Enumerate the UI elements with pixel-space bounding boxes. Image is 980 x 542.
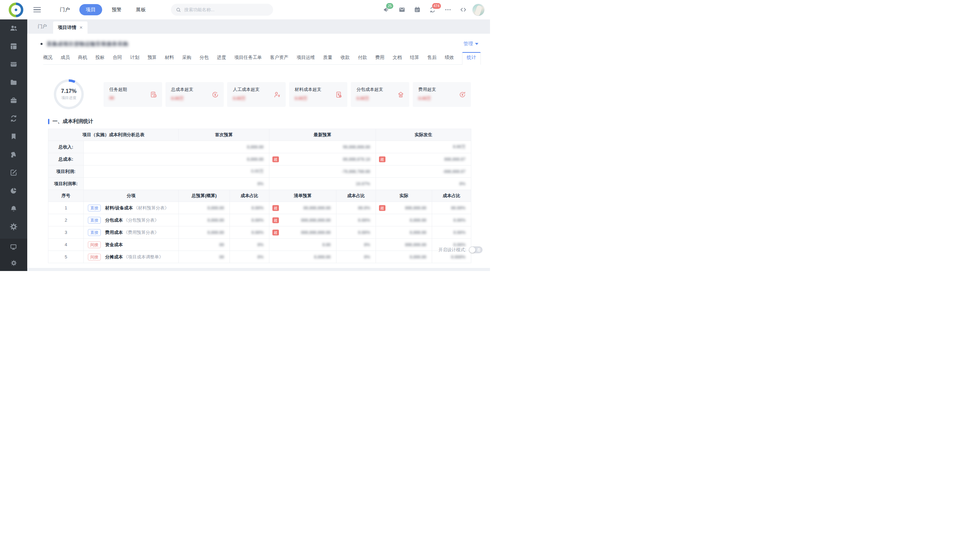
tab-收款[interactable]: 收款 (340, 52, 350, 64)
app-logo-icon (8, 2, 24, 18)
redacted-value: 8.88% (251, 206, 264, 210)
tab-费用[interactable]: 费用 (375, 52, 385, 64)
sidebar-bottom-gear-icon[interactable] (11, 260, 17, 266)
progress-percent: 7.17% (61, 88, 76, 94)
nav-item-展板[interactable]: 展板 (131, 4, 151, 15)
tab-进度[interactable]: 进度 (217, 52, 226, 64)
row-index: 3 (48, 226, 84, 238)
search-input[interactable] (184, 7, 262, 12)
menu-toggle-icon[interactable] (33, 6, 41, 14)
table-value-cell: 超888,888,888.88 (269, 214, 336, 226)
tab-绩效[interactable]: 绩效 (445, 52, 454, 64)
more-icon[interactable] (444, 6, 452, 14)
sidebar-card-icon[interactable] (10, 60, 18, 68)
redacted-value: -78,888,788.88 (342, 169, 370, 174)
item-ref-doc: 《项目成本调整单》 (124, 254, 164, 259)
tab-客户资产[interactable]: 客户资产 (270, 52, 288, 64)
tab-项目任务工单[interactable]: 项目任务工单 (234, 52, 262, 64)
table-value-cell: 8% (376, 178, 471, 190)
project-progress-ring: 7.17% 项目进度 (54, 79, 84, 109)
stat-card-value-redacted: 8.88万 (295, 96, 307, 102)
col-latest-budget: 最新预算 (269, 129, 376, 141)
speaker-icon[interactable]: 25 (383, 6, 390, 14)
tab-付款[interactable]: 付款 (358, 52, 367, 64)
tab-概况[interactable]: 概况 (43, 52, 52, 64)
tab-文档[interactable]: 文档 (393, 52, 402, 64)
cost-type-tag: 间接 (88, 242, 101, 248)
global-search[interactable] (171, 4, 273, 16)
table-value-cell: 8.88% (336, 214, 376, 226)
window-tab-项目详情[interactable]: 项目详情✕ (53, 21, 88, 34)
sidebar-bookmark-icon[interactable] (10, 132, 18, 141)
detail-row: 2 直接 分包成本《分包预算分表》 8,888.888.88%超888,888,… (48, 214, 471, 226)
window-tab-门户[interactable]: 门户 (32, 19, 53, 34)
sidebar-puzzle-icon[interactable] (10, 151, 18, 159)
sidebar-sync-icon[interactable] (10, 114, 18, 122)
redacted-value: 8% (258, 242, 264, 247)
tab-结算[interactable]: 结算 (410, 52, 419, 64)
stat-card-value-redacted: 8.88万 (171, 96, 184, 102)
redacted-value: 8,888.88 (207, 230, 224, 235)
sidebar-layout-icon[interactable] (10, 42, 18, 50)
stat-card-任务超期[interactable]: 任务超期88 (103, 82, 162, 107)
stat-card-value-redacted: 8.88万 (356, 96, 369, 102)
title-bullet (41, 43, 43, 45)
left-sidebar (0, 19, 27, 271)
mail-icon[interactable] (398, 6, 406, 14)
redacted-value: 8.88% (251, 230, 264, 235)
cost-type-tag: 直接 (88, 229, 101, 236)
tab-投标[interactable]: 投标 (95, 52, 105, 64)
redacted-value: 8,888.88 (410, 255, 426, 259)
tab-材料[interactable]: 材料 (165, 52, 174, 64)
tab-采购[interactable]: 采购 (182, 52, 191, 64)
tab-预算[interactable]: 预算 (148, 52, 157, 64)
top-navbar: 门户项目预警展板 25474 (0, 0, 490, 19)
nav-item-预警[interactable]: 预警 (107, 4, 126, 15)
item-cell: 间接 分摊成本《项目成本调整单》 (84, 251, 179, 263)
tab-成员[interactable]: 成员 (60, 52, 70, 64)
manage-dropdown[interactable]: 管理 (463, 41, 479, 47)
stat-card-分包成本超支[interactable]: 分包成本超支8.88万 (351, 82, 409, 107)
table-value-cell: 8,888.88 (376, 226, 432, 238)
sidebar-pie-icon[interactable] (10, 187, 18, 195)
user-avatar[interactable] (472, 4, 485, 16)
sidebar-bottom-monitor-icon[interactable] (10, 243, 18, 251)
stat-card-人工成本超支[interactable]: 人工成本超支8.88万 (227, 82, 286, 107)
code-icon[interactable] (459, 6, 467, 14)
close-icon[interactable]: ✕ (80, 25, 83, 30)
summary-header-row: 项目（实施）成本利润分析总表 首次预算 最新预算 实际发生 (48, 129, 471, 141)
redacted-value: 8% (459, 181, 466, 186)
nav-item-门户[interactable]: 门户 (55, 4, 75, 15)
sidebar-edit-icon[interactable] (10, 168, 18, 177)
tab-售后[interactable]: 售后 (427, 52, 436, 64)
redacted-value: 88,888,878.18 (343, 157, 370, 162)
stat-card-总成本超支[interactable]: 总成本超支8.88万 (165, 82, 224, 107)
sidebar-briefcase-icon[interactable] (10, 96, 18, 105)
detail-col-1: 分项 (84, 190, 179, 202)
redacted-value: 8.88% (453, 218, 466, 223)
redacted-value: 8.88% (251, 218, 264, 223)
notification-badge: 474 (432, 3, 441, 9)
tab-项目运维[interactable]: 项目运维 (297, 52, 315, 64)
tab-分包[interactable]: 分包 (200, 52, 209, 64)
sync-icon[interactable]: 474 (429, 6, 436, 14)
tab-统计[interactable]: 统计 (462, 52, 481, 65)
sidebar-folder-icon[interactable] (10, 78, 18, 86)
tab-计划[interactable]: 计划 (130, 52, 139, 64)
calendar-icon[interactable] (414, 6, 421, 14)
redacted-value: 8.88% (453, 230, 466, 235)
sidebar-gear-icon[interactable] (10, 223, 18, 231)
col-first-budget: 首次预算 (179, 129, 269, 141)
design-mode-toggle[interactable]: 否 (469, 246, 482, 253)
stat-card-材料成本超支[interactable]: 材料成本超支8.88万 (289, 82, 348, 107)
table-value-cell: 18.87% (269, 178, 376, 190)
tab-质量[interactable]: 质量 (323, 52, 332, 64)
stat-card-费用超支[interactable]: 费用超支8.88万 (413, 82, 471, 107)
tab-合同[interactable]: 合同 (113, 52, 122, 64)
table-value-cell: 8,888.88 (376, 214, 432, 226)
sidebar-users-icon[interactable] (10, 24, 18, 32)
sidebar-bell-icon[interactable] (10, 205, 18, 213)
tab-商机[interactable]: 商机 (78, 52, 87, 64)
detail-header-row: 序号分项总预算(概算)成本占比清单预算成本占比实际成本占比 (48, 190, 471, 202)
nav-item-项目[interactable]: 项目 (80, 4, 102, 15)
